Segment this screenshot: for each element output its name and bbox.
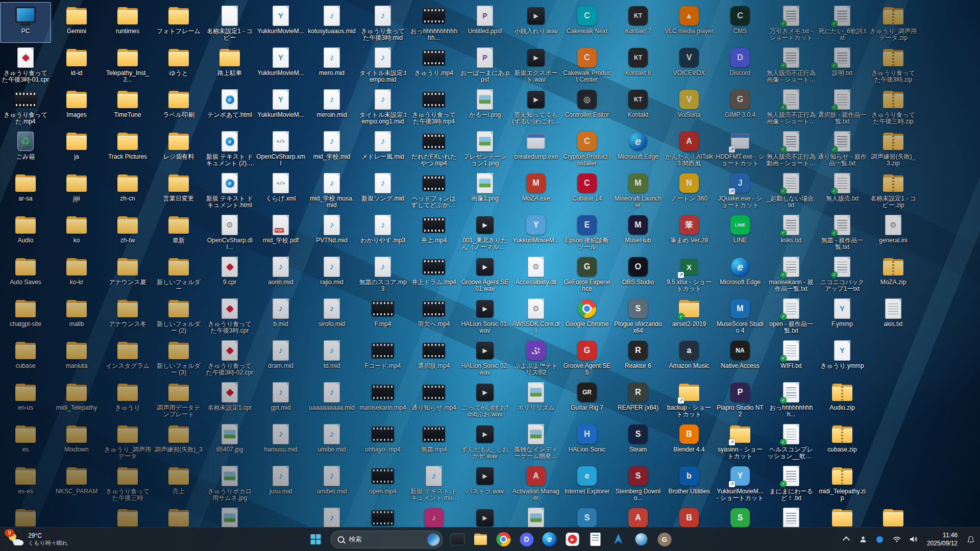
desktop-icon[interactable]: 路上駐車 <box>204 44 255 85</box>
desktop-icon[interactable]: 営業日変更 <box>153 169 204 210</box>
desktop-icon[interactable]: 調声用データテンプレート <box>153 379 204 419</box>
desktop-icon[interactable]: SSteam <box>612 420 664 461</box>
desktop-icon[interactable]: ヘッドフォンはずしてどぶかつ.mp4 <box>408 169 459 210</box>
desktop-icon[interactable]: Pおーばーまにあ.ppsf <box>459 44 510 85</box>
search-box[interactable]: 検索 <box>331 531 443 548</box>
desktop-icon[interactable]: ✓無人販売.txt <box>817 169 868 210</box>
desktop-icon[interactable]: KTKontakt <box>612 86 664 127</box>
desktop-icon[interactable]: 最新 <box>153 211 204 252</box>
desktop-icon[interactable]: きゅうりボカロ用サムネ.jpg <box>204 462 255 503</box>
desktop-icon[interactable]: ✓ヘルスコンプレッション__歌詞.txt <box>766 420 817 461</box>
desktop-icon[interactable]: Gemini <box>51 2 102 43</box>
desktop-icon[interactable]: MMinecraft Launcher <box>612 169 664 210</box>
desktop-icon[interactable]: ▲VLC media player <box>664 2 715 43</box>
desktop-icon[interactable]: レジ袋有料 <box>153 128 204 168</box>
desktop-icon[interactable]: ⚙OpenCvSharp.dll... <box>204 211 255 252</box>
desktop-icon[interactable]: Mixdown <box>51 420 102 461</box>
desktop-icon[interactable]: e新規 テキスト ドキュメント (2).html <box>204 128 255 168</box>
desktop-icon[interactable]: Audio <box>0 211 51 252</box>
desktop-icon[interactable]: PDFmid_学校.pdf <box>255 211 306 252</box>
desktop-icon[interactable]: NANative Access <box>715 337 766 378</box>
desktop-icon[interactable]: ♪kotusytuaaus.mid <box>306 2 357 43</box>
desktop-icon[interactable]: ポリリリズム <box>510 379 561 419</box>
desktop-icon[interactable]: maniuta <box>51 337 102 378</box>
desktop-icon[interactable]: ▶HALion Sonic 01.wav <box>459 295 510 336</box>
desktop-icon[interactable]: ohhayo-.mp4 <box>357 420 408 461</box>
desktop-icon[interactable]: ✓_起動しない場合.txt <box>766 169 817 210</box>
desktop-icon[interactable]: ▶新規エクスポート.wav <box>510 44 561 85</box>
desktop-icon[interactable]: ✓ksks.txt <box>766 211 817 252</box>
desktop-icon[interactable]: ♪meroin.mid <box>306 86 357 127</box>
desktop-icon[interactable]: en-us <box>0 379 51 419</box>
desktop-icon[interactable]: Nノートン 360 <box>664 169 715 210</box>
desktop-icon[interactable]: ♪新規 テキスト ドキュメント.musicxml <box>408 462 459 503</box>
desktop-icon[interactable]: YYukkuriMovieM... <box>510 211 561 252</box>
desktop-icon[interactable]: cubase <box>0 337 51 378</box>
desktop-icon[interactable]: 孤独なインディーゲーム開発者の一生... <box>510 420 561 461</box>
taskbar-blue-sphere-button[interactable] <box>631 529 652 549</box>
desktop-icon[interactable]: 羽欠へ.mp4 <box>408 295 459 336</box>
desktop-icon[interactable]: ♪umibe.mid <box>306 420 357 461</box>
desktop-icon[interactable]: bBrother Utilities <box>664 462 715 503</box>
taskbar-media-player-button[interactable]: ▶ <box>562 529 583 549</box>
desktop-icon[interactable]: ぷぷよぷよ™テトリス®2 <box>510 337 561 378</box>
desktop-icon[interactable]: midi_Telepathy.zip <box>817 462 868 503</box>
taskbar-notepad-button[interactable] <box>585 529 606 549</box>
desktop-icon[interactable]: Auto Saves <box>0 253 51 294</box>
desktop-icon[interactable]: ♪gpt.mid <box>255 379 306 419</box>
desktop-icon[interactable]: ♪sirofo.mid <box>306 295 357 336</box>
desktop-icon[interactable]: ar-sa <box>0 169 51 210</box>
desktop-icon[interactable]: ♪jusu.mid <box>255 462 306 503</box>
desktop-icon[interactable]: CCakewalk Next <box>561 2 612 43</box>
taskbar-gimp-button[interactable]: G <box>654 529 675 549</box>
desktop-icon[interactable]: 9.cpr <box>204 253 255 294</box>
desktop-icon[interactable]: ⚙Accessibility.dll <box>510 253 561 294</box>
desktop-icon[interactable]: GRGuitar Rig 7 <box>561 379 612 419</box>
desktop-icon[interactable]: CCMS <box>715 2 766 43</box>
desktop-icon[interactable]: Audio.zip <box>817 379 868 419</box>
desktop-icon[interactable]: 新しいフォルダー (2) <box>153 295 204 336</box>
desktop-icon[interactable]: きゅうり食ってた午後3時-02.cpr <box>204 337 255 378</box>
desktop-icon[interactable]: eMicrosoft Edge <box>612 128 664 168</box>
desktop-icon[interactable]: KTKontakt 8 <box>612 44 664 85</box>
desktop-icon[interactable]: だれだFXいれたやつ.mp4 <box>408 128 459 168</box>
desktop-icon[interactable]: DDiscord <box>715 44 766 85</box>
desktop-icon[interactable]: ♪dram.mid <box>255 337 306 378</box>
desktop-icon[interactable]: ✓無人販売不正行為画像 - ショートカット <box>766 86 817 127</box>
desktop-icon[interactable]: アナウンス冬 <box>102 295 153 336</box>
desktop-icon[interactable]: MoZA.zip <box>868 253 919 294</box>
desktop-icon[interactable]: jijii <box>51 169 102 210</box>
desktop-icon[interactable]: 名称未設定1 - コピー.zip <box>868 169 919 210</box>
desktop-icon[interactable]: ⚙AWSSDK.Core.dll <box>510 295 561 336</box>
desktop-icon[interactable]: ♪aorin.mid <box>255 253 306 294</box>
desktop-icon[interactable]: 画像1.png <box>459 169 510 210</box>
desktop-icon[interactable]: ▶こってeんdすおfdsbぶお.wav <box>459 379 510 419</box>
start-button[interactable] <box>306 529 326 549</box>
desktop-icon[interactable]: ♪mero.mid <box>306 44 357 85</box>
desktop-icon[interactable]: Aかんたん！AITalk 3 関西風 <box>664 128 715 168</box>
desktop-icon[interactable]: NKSC_PARAM <box>51 462 102 503</box>
desktop-icon[interactable]: ♪新規ソング.mid <box>357 169 408 210</box>
desktop-icon[interactable]: ✓無人販売不正行為画像 - ショートカッ... <box>766 44 817 85</box>
desktop-icon[interactable]: 筆筆まめ Ver.28 <box>664 211 715 252</box>
desktop-icon[interactable]: Fコード.mp4 <box>357 337 408 378</box>
desktop-icon[interactable]: id-id <box>51 44 102 85</box>
desktop-icon[interactable]: ♪td.mid <box>306 337 357 378</box>
desktop-icon[interactable]: 通り知らせ.mp4 <box>408 379 459 419</box>
desktop-icon[interactable]: Yきゅうり.ymmp <box>817 337 868 378</box>
desktop-icon[interactable]: open.mp4 <box>357 462 408 503</box>
desktop-icon[interactable]: akis.txt <box>868 295 919 336</box>
desktop-icon[interactable]: きゅうり食ってた午後三時.zip <box>868 86 919 127</box>
desktop-icon[interactable]: Google Chrome <box>561 295 612 336</box>
desktop-icon[interactable]: LINELINE <box>715 211 766 252</box>
desktop-icon[interactable]: ▶ずんだもん_しおかぜ.wav <box>459 420 510 461</box>
notification-center-button[interactable] <box>963 530 979 549</box>
desktop-icon[interactable]: zh-tw <box>102 211 153 252</box>
desktop-icon[interactable]: ko <box>51 211 102 252</box>
desktop-icon[interactable]: EEpson 接続診断ツール <box>561 211 612 252</box>
desktop-icon[interactable]: YYukkuriMovieM... <box>255 44 306 85</box>
desktop-icon[interactable]: ▶答え知ってても(ずるい)わこれ.wav <box>510 86 561 127</box>
desktop-icon[interactable]: 井上.mp4 <box>408 211 459 252</box>
weather-widget[interactable]: 9 29°C くもり時々晴れ <box>3 528 73 551</box>
desktop-icon[interactable]: MMuseHub <box>612 211 664 252</box>
